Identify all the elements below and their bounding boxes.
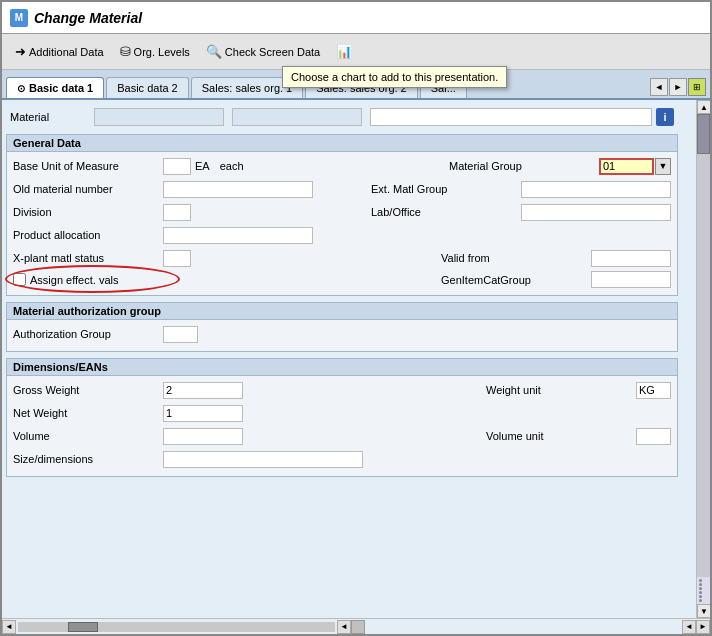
tab-next-button[interactable]: ► xyxy=(669,78,687,96)
size-dim-label: Size/dimensions xyxy=(13,453,163,465)
main-scroll-area: Material i General Data Base Unit of Mea… xyxy=(2,100,696,618)
scroll-track[interactable] xyxy=(697,114,710,577)
vertical-scrollbar: ▲ ▼ xyxy=(696,100,710,618)
gen-item-input[interactable] xyxy=(591,271,671,288)
nav-right-button[interactable]: ► xyxy=(696,620,710,634)
tab-basic-data-2-label: Basic data 2 xyxy=(117,82,178,94)
tooltip-text: Choose a chart to add to this presentati… xyxy=(291,71,498,83)
material-group-lookup-btn[interactable]: ▼ xyxy=(655,158,671,175)
scroll-down-button[interactable]: ▼ xyxy=(697,604,710,618)
volume-unit-input[interactable] xyxy=(636,428,671,445)
general-data-body: Base Unit of Measure EA each Material Gr… xyxy=(7,152,677,295)
toolbar: ➜ Additional Data ⛁ Org. Levels 🔍 Check … xyxy=(2,34,710,70)
division-input[interactable] xyxy=(163,204,191,221)
valid-from-input[interactable] xyxy=(591,250,671,267)
org-levels-button[interactable]: ⛁ Org. Levels xyxy=(113,40,197,63)
tab-basic-data-1-icon: ⊙ xyxy=(17,83,25,94)
resize-dot-2 xyxy=(699,583,702,586)
tab-basic-data-1[interactable]: ⊙ Basic data 1 xyxy=(6,77,104,98)
size-dim-input[interactable] xyxy=(163,451,363,468)
base-unit-code-input[interactable] xyxy=(163,158,191,175)
corner-resize[interactable] xyxy=(351,620,365,634)
size-dim-row: Size/dimensions xyxy=(13,449,671,469)
weight-unit-input[interactable] xyxy=(636,382,671,399)
material-input-2[interactable] xyxy=(232,108,362,126)
division-label: Division xyxy=(13,206,163,218)
xplant-row: X-plant matl status Valid from xyxy=(13,248,671,268)
material-input-1[interactable] xyxy=(94,108,224,126)
volume-row: Volume Volume unit xyxy=(13,426,671,446)
tab-basic-data-2[interactable]: Basic data 2 xyxy=(106,77,189,98)
gross-weight-label: Gross Weight xyxy=(13,384,163,396)
page-title: Change Material xyxy=(34,10,142,26)
auth-group-section: Material authorization group Authorizati… xyxy=(6,302,678,352)
tab-navigation: ◄ ► ⊞ xyxy=(650,78,710,98)
product-alloc-row: Product allocation xyxy=(13,225,671,245)
valid-from-label: Valid from xyxy=(441,252,591,264)
gross-weight-input[interactable] xyxy=(163,382,243,399)
material-input-3[interactable] xyxy=(370,108,652,126)
auth-group-header: Material authorization group xyxy=(7,303,677,320)
horizontal-scrollbar: ◄ ◄ ◄ ► xyxy=(2,618,710,634)
additional-data-button[interactable]: ➜ Additional Data xyxy=(8,40,111,63)
org-levels-label: Org. Levels xyxy=(134,46,190,58)
additional-data-icon: ➜ xyxy=(15,44,26,59)
resize-dot-5 xyxy=(699,595,702,598)
resize-dots xyxy=(697,577,710,604)
chart-button[interactable]: 📊 xyxy=(329,40,359,63)
tab-prev-button[interactable]: ◄ xyxy=(650,78,668,96)
gross-weight-row: Gross Weight Weight unit xyxy=(13,380,671,400)
lab-office-label: Lab/Office xyxy=(371,206,521,218)
dimensions-header: Dimensions/EANs xyxy=(7,359,677,376)
h-scroll-thumb[interactable] xyxy=(68,622,98,632)
info-icon[interactable]: i xyxy=(656,108,674,126)
assign-label: Assign effect. vals xyxy=(30,274,180,286)
scroll-up-button[interactable]: ▲ xyxy=(697,100,710,114)
scroll-right-button[interactable]: ◄ xyxy=(337,620,351,634)
material-row: Material i xyxy=(6,104,678,130)
check-screen-icon: 🔍 xyxy=(206,44,222,59)
check-screen-data-label: Check Screen Data xyxy=(225,46,320,58)
auth-group-input[interactable] xyxy=(163,326,198,343)
app-icon: M xyxy=(10,9,28,27)
resize-dot-1 xyxy=(699,579,702,582)
base-unit-row: Base Unit of Measure EA each Material Gr… xyxy=(13,156,671,176)
net-weight-row: Net Weight xyxy=(13,403,671,423)
assign-checkbox[interactable] xyxy=(13,273,26,286)
division-row: Division Lab/Office xyxy=(13,202,671,222)
xplant-label: X-plant matl status xyxy=(13,252,163,264)
material-field-label: Material xyxy=(10,111,90,123)
volume-unit-label: Volume unit xyxy=(486,430,636,442)
nav-left-button[interactable]: ◄ xyxy=(682,620,696,634)
volume-label: Volume xyxy=(13,430,163,442)
auth-group-body: Authorization Group xyxy=(7,320,677,351)
scroll-left-button[interactable]: ◄ xyxy=(2,620,16,634)
assign-row: Assign effect. vals GenItemCatGroup xyxy=(13,271,671,288)
base-unit-code-value: EA xyxy=(195,160,210,172)
lab-office-input[interactable] xyxy=(521,204,671,221)
main-window: M Change Material ➜ Additional Data ⛁ Or… xyxy=(0,0,712,636)
base-unit-label: Base Unit of Measure xyxy=(13,160,163,172)
net-weight-input[interactable] xyxy=(163,405,243,422)
gen-item-label: GenItemCatGroup xyxy=(441,274,591,286)
content-area: Material i General Data Base Unit of Mea… xyxy=(2,100,710,618)
old-material-input[interactable] xyxy=(163,181,313,198)
general-data-section: General Data Base Unit of Measure EA eac… xyxy=(6,134,678,296)
chart-tooltip: Choose a chart to add to this presentati… xyxy=(282,66,507,88)
xplant-input[interactable] xyxy=(163,250,191,267)
dimensions-body: Gross Weight Weight unit Net Weight Volu… xyxy=(7,376,677,476)
ext-matl-input[interactable] xyxy=(521,181,671,198)
weight-unit-label: Weight unit xyxy=(486,384,636,396)
scroll-thumb[interactable] xyxy=(697,114,710,154)
resize-dot-3 xyxy=(699,587,702,590)
chart-icon: 📊 xyxy=(336,44,352,59)
h-scroll-track[interactable] xyxy=(18,622,335,632)
volume-input[interactable] xyxy=(163,428,243,445)
material-group-input[interactable] xyxy=(599,158,654,175)
title-bar: M Change Material xyxy=(2,2,710,34)
check-screen-data-button[interactable]: 🔍 Check Screen Data xyxy=(199,40,327,63)
resize-dot-6 xyxy=(699,599,702,602)
product-alloc-input[interactable] xyxy=(163,227,313,244)
auth-group-row: Authorization Group xyxy=(13,324,671,344)
tab-overview-button[interactable]: ⊞ xyxy=(688,78,706,96)
